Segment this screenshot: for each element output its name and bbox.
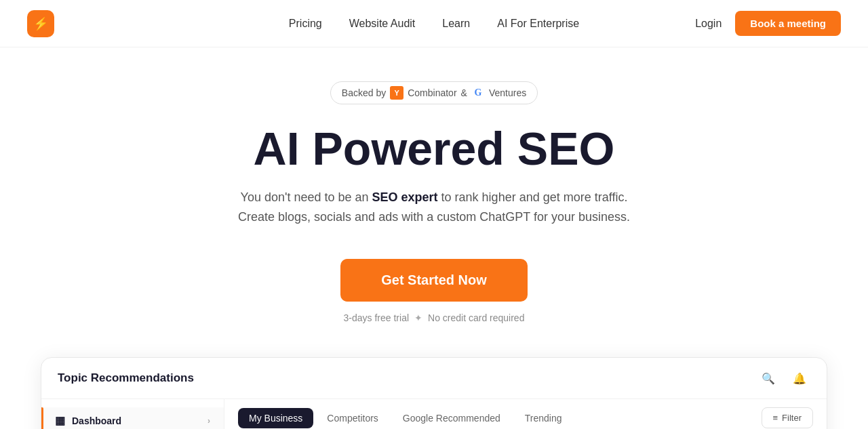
- hero-subtext: You don't need to be an SEO expert to ra…: [14, 188, 854, 227]
- filter-icon: ≡: [773, 413, 778, 423]
- no-cc-text: No credit card required: [428, 312, 524, 323]
- logo[interactable]: ⚡: [27, 10, 54, 37]
- filter-label: Filter: [782, 413, 802, 423]
- separator: ✦: [414, 312, 422, 323]
- book-meeting-button[interactable]: Book a meeting: [735, 11, 841, 36]
- combinator-label: Combinator: [408, 87, 456, 98]
- chevron-right-icon: ›: [208, 416, 210, 426]
- filter-button[interactable]: ≡ Filter: [762, 407, 813, 428]
- dashboard-topbar: Topic Recommendations 🔍 🔔: [41, 358, 827, 399]
- search-icon[interactable]: 🔍: [757, 367, 779, 389]
- ampersand: &: [461, 87, 467, 98]
- nav-actions: Login Book a meeting: [695, 11, 841, 36]
- hero-headline: AI Powered SEO: [14, 123, 854, 174]
- nav-pricing[interactable]: Pricing: [289, 18, 322, 30]
- notification-icon[interactable]: 🔔: [789, 367, 810, 389]
- tab-my-business[interactable]: My Business: [238, 408, 313, 428]
- yc-logo: Y: [390, 86, 403, 100]
- ventures-label: Ventures: [489, 87, 526, 98]
- dashboard-icon: ▦: [55, 414, 65, 427]
- backed-badge: Backed by Y Combinator & G Ventures: [330, 81, 538, 104]
- tabs-row: My Business Competitors Google Recommend…: [224, 399, 827, 429]
- tab-google-recommended[interactable]: Google Recommended: [392, 408, 511, 428]
- tab-competitors[interactable]: Competitors: [316, 408, 389, 428]
- nav-learn[interactable]: Learn: [442, 18, 470, 30]
- dashboard-preview: Topic Recommendations 🔍 🔔 ▦ Dashboard › …: [41, 357, 827, 429]
- dashboard-title: Topic Recommendations: [58, 371, 194, 385]
- google-g-icon: G: [471, 86, 485, 100]
- nav-links: Pricing Website Audit Learn AI For Enter…: [289, 18, 579, 30]
- nav-enterprise[interactable]: AI For Enterprise: [497, 18, 579, 30]
- backed-prefix: Backed by: [342, 87, 386, 98]
- main-content: My Business Competitors Google Recommend…: [224, 399, 827, 429]
- sidebar: ▦ Dashboard › 〜 Activity ◉ Site Audit ◎ …: [41, 399, 224, 429]
- topic-tabs: My Business Competitors Google Recommend…: [238, 408, 573, 428]
- login-button[interactable]: Login: [695, 18, 722, 30]
- navbar: ⚡ Pricing Website Audit Learn AI For Ent…: [0, 0, 868, 47]
- hero-section: Backed by Y Combinator & G Ventures AI P…: [0, 47, 868, 344]
- dashboard-icons: 🔍 🔔: [757, 367, 810, 389]
- get-started-button[interactable]: Get Started Now: [340, 259, 528, 302]
- trial-info: 3-days free trial ✦ No credit card requi…: [14, 312, 854, 323]
- trial-text: 3-days free trial: [344, 312, 409, 323]
- nav-website-audit[interactable]: Website Audit: [349, 18, 416, 30]
- dashboard-body: ▦ Dashboard › 〜 Activity ◉ Site Audit ◎ …: [41, 399, 827, 429]
- sidebar-item-dashboard[interactable]: ▦ Dashboard ›: [41, 407, 224, 429]
- logo-icon: ⚡: [33, 16, 48, 31]
- sidebar-label-dashboard: Dashboard: [72, 415, 121, 426]
- tab-trending[interactable]: Trending: [514, 408, 573, 428]
